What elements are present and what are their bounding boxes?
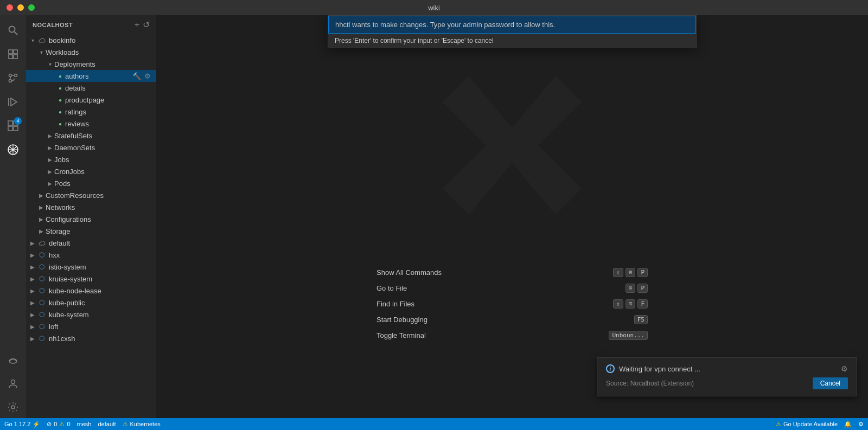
gear-icon[interactable]: ⚙ xyxy=(143,72,152,80)
activity-kubernetes[interactable] xyxy=(2,139,24,161)
warning-count: 0 xyxy=(67,421,70,427)
tree-item-productpage[interactable]: ● productpage xyxy=(26,94,156,106)
activity-settings[interactable] xyxy=(2,396,24,418)
tree-item-loft[interactable]: ▶ ⬡ loft xyxy=(26,320,156,332)
status-go-version[interactable]: Go 1.17.2 ⚡ xyxy=(4,421,40,428)
expand-arrow: ▶ xyxy=(46,181,54,187)
sidebar-header: NOCALHOST + ↺ xyxy=(26,15,156,34)
svg-point-8 xyxy=(9,80,12,82)
key-p: P xyxy=(637,284,648,293)
command-keys: Unboun... xyxy=(609,331,648,340)
main-content: Press 'Enter' to confirm your input or '… xyxy=(156,15,868,418)
minimize-button[interactable] xyxy=(17,4,24,11)
tree-item-storage[interactable]: ▶ Storage xyxy=(26,225,156,237)
command-show-all: Show All Commands ⇧ ⌘ P xyxy=(376,265,648,280)
item-label: CustomResources xyxy=(46,191,152,200)
tree-item-customresources[interactable]: ▶ CustomResources xyxy=(26,189,156,201)
item-label: Jobs xyxy=(54,156,152,164)
status-bell[interactable]: 🔔 xyxy=(844,421,852,428)
key-cmd: ⌘ xyxy=(626,299,636,309)
tree-item-daemonsets[interactable]: ▶ DaemonSets xyxy=(26,142,156,153)
sidebar-actions: + ↺ xyxy=(135,21,150,29)
tree-item-kube-public[interactable]: ▶ ⬡ kube-public xyxy=(26,297,156,309)
expand-arrow: ▶ xyxy=(46,145,54,151)
app-body: 4 xyxy=(0,15,868,418)
tree-item-nh1cxsh[interactable]: ▶ ⬡ nh1cxsh xyxy=(26,332,156,344)
box-icon: ⬡ xyxy=(37,275,47,283)
notification-text: Waiting for vpn connect ... xyxy=(619,365,700,373)
tree-item-deployments[interactable]: ▾ Deployments xyxy=(26,58,156,70)
activity-source-control[interactable] xyxy=(2,67,24,89)
tree-item-networks[interactable]: ▶ Networks xyxy=(26,201,156,213)
status-settings[interactable]: ⚙ xyxy=(858,421,864,428)
tree-item-kube-system[interactable]: ▶ ⬡ kube-system xyxy=(26,309,156,320)
close-button[interactable] xyxy=(7,4,13,11)
expand-arrow: ▶ xyxy=(37,216,46,222)
source-text: Source: Nocalhost (Extension) xyxy=(606,380,694,387)
expand-arrow: ▶ xyxy=(28,264,37,270)
activity-search[interactable] xyxy=(2,20,24,41)
item-label: kube-system xyxy=(49,311,152,319)
password-prompt: Press 'Enter' to confirm your input or '… xyxy=(328,15,697,48)
expand-arrow: ▶ xyxy=(28,312,37,318)
cloud-icon xyxy=(37,36,47,44)
tree-item-jobs[interactable]: ▶ Jobs xyxy=(26,153,156,165)
extensions-badge: 4 xyxy=(14,117,22,125)
refresh-button[interactable]: ↺ xyxy=(143,21,150,29)
status-mesh[interactable]: mesh xyxy=(77,421,92,427)
status-namespace[interactable]: default xyxy=(98,421,116,427)
command-keys: ⇧ ⌘ P xyxy=(613,268,648,277)
password-input[interactable] xyxy=(328,16,696,34)
status-kubernetes[interactable]: ⚠ Kubernetes xyxy=(123,421,161,428)
go-version-label: Go 1.17.2 xyxy=(4,421,30,427)
expand-arrow: ▶ xyxy=(28,300,37,306)
maximize-button[interactable] xyxy=(28,4,35,11)
tree-item-workloads[interactable]: ▾ Workloads xyxy=(26,46,156,58)
activity-nocalhost[interactable] xyxy=(2,349,24,370)
tree-item-kruise-system[interactable]: ▶ ⬡ kruise-system xyxy=(26,273,156,285)
tree-item-hxx[interactable]: ▶ ⬡ hxx xyxy=(26,249,156,261)
window-controls xyxy=(7,4,35,11)
expand-arrow: ▶ xyxy=(37,228,46,234)
svg-rect-4 xyxy=(9,55,12,59)
tree-item-istio-system[interactable]: ▶ ⬡ istio-system xyxy=(26,261,156,273)
tree-item-ratings[interactable]: ● ratings xyxy=(26,106,156,118)
warning-icon: ⚠ xyxy=(59,421,65,428)
svg-point-0 xyxy=(9,27,15,33)
command-terminal: Toggle Terminal Unboun... xyxy=(376,328,648,343)
tree-item-statefulsets[interactable]: ▶ StatefulSets xyxy=(26,130,156,142)
tree-item-details[interactable]: ● details xyxy=(26,82,156,94)
cancel-button[interactable]: Cancel xyxy=(813,377,848,389)
tree-item-bookinfo[interactable]: ▾ bookinfo xyxy=(26,34,156,46)
hammer-icon[interactable]: 🔨 xyxy=(132,72,141,80)
tree-item-default[interactable]: ▶ default xyxy=(26,237,156,249)
activity-account[interactable] xyxy=(2,373,24,394)
key-p: P xyxy=(637,268,648,277)
expand-arrow: ▶ xyxy=(28,252,37,258)
box-icon: ⬡ xyxy=(37,299,47,306)
tree-item-cronjobs[interactable]: ▶ CronJobs xyxy=(26,165,156,177)
activity-run[interactable] xyxy=(2,91,24,113)
command-keys: ⇧ ⌘ F xyxy=(613,299,648,309)
expand-arrow: ▾ xyxy=(28,37,37,43)
box-icon: ⬡ xyxy=(37,263,47,271)
cloud-icon xyxy=(37,239,47,247)
tree-item-reviews[interactable]: ● reviews xyxy=(26,118,156,130)
svg-point-7 xyxy=(15,74,17,77)
tree-item-authors[interactable]: ● authors 🔨 ⚙ xyxy=(26,70,156,82)
activity-extensions[interactable]: 4 xyxy=(2,115,24,137)
notification-settings-icon[interactable]: ⚙ xyxy=(841,364,848,373)
status-errors[interactable]: ⊘ 0 ⚠ 0 xyxy=(47,421,70,428)
tree-item-kube-node-lease[interactable]: ▶ ⬡ kube-node-lease xyxy=(26,285,156,297)
item-label: default xyxy=(49,239,152,247)
svg-rect-11 xyxy=(8,121,12,125)
command-label: Go to File xyxy=(376,284,407,292)
key-cmd: ⌘ xyxy=(626,268,636,277)
status-update[interactable]: ⚠ Go Update Available xyxy=(776,421,838,428)
bell-icon: 🔔 xyxy=(844,421,852,428)
item-label: kube-public xyxy=(49,299,152,307)
tree-item-configurations[interactable]: ▶ Configurations xyxy=(26,213,156,225)
activity-explorer[interactable] xyxy=(2,43,24,65)
tree-item-pods[interactable]: ▶ Pods xyxy=(26,177,156,189)
add-button[interactable]: + xyxy=(135,21,139,29)
